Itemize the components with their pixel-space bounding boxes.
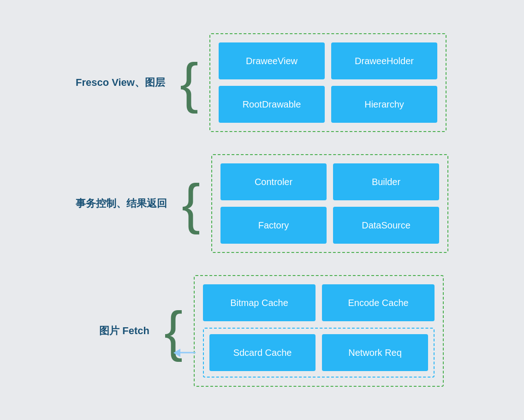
left-arrow (179, 352, 196, 354)
root-drawable-tile: RootDrawable (219, 86, 325, 123)
drawee-view-tile: DraweeView (219, 42, 325, 79)
fetch-layer-row: 图片 Fetch { Bitmap Cache Encode Cache Sdc… (76, 275, 448, 387)
view-layer-box: DraweeView DraweeHolder RootDrawable Hie… (209, 33, 447, 132)
architecture-diagram: Fresco View、图层 { DraweeView DraweeHolder… (48, 15, 476, 405)
bitmap-cache-tile: Bitmap Cache (203, 284, 316, 321)
view-layer-brace: { (180, 55, 198, 110)
arrow-head (173, 348, 180, 357)
control-layer-box: Controler Builder Factory DataSource (211, 154, 448, 253)
controler-tile: Controler (220, 163, 327, 200)
view-layer-row: Fresco View、图层 { DraweeView DraweeHolder… (76, 33, 448, 132)
arrow-line (179, 352, 196, 354)
fetch-top-tiles: Bitmap Cache Encode Cache (203, 284, 435, 321)
builder-tile: Builder (333, 163, 439, 200)
fetch-layer-box: Bitmap Cache Encode Cache Sdcard Cache N… (194, 275, 444, 387)
drawee-holder-tile: DraweeHolder (331, 42, 437, 79)
fetch-layer-label: 图片 Fetch (76, 324, 149, 338)
factory-tile: Factory (220, 207, 327, 244)
bottom-tiles-wrapper: Sdcard Cache Network Req (203, 328, 435, 378)
view-layer-label: Fresco View、图层 (76, 76, 165, 90)
datasource-tile: DataSource (333, 207, 439, 244)
hierarchy-tile: Hierarchy (331, 86, 437, 123)
encode-cache-tile: Encode Cache (322, 284, 435, 321)
sdcard-cache-tile: Sdcard Cache (209, 334, 316, 371)
control-layer-row: 事务控制、结果返回 { Controler Builder Factory Da… (76, 154, 448, 253)
bottom-highlight-box: Sdcard Cache Network Req (203, 328, 435, 378)
control-layer-brace: { (182, 176, 200, 231)
network-req-tile: Network Req (322, 334, 428, 371)
control-layer-label: 事务控制、结果返回 (76, 197, 167, 210)
